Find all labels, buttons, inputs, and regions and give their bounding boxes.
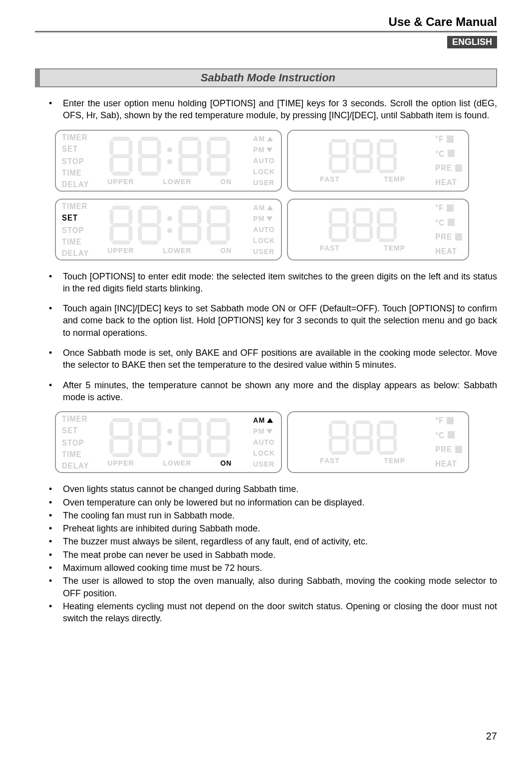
label-temp: TEMP: [384, 175, 405, 183]
label-user: USER: [253, 178, 275, 187]
instruction-item: Touch again [INC]/[DEC] keys to set Sabb…: [49, 302, 497, 339]
label-upper: UPPER: [107, 247, 134, 254]
indicator-box: [448, 219, 455, 226]
indicator-box: [447, 204, 454, 212]
temp-panel: FAST TEMP °F °C PRE HEAT: [287, 199, 469, 260]
digit: [351, 207, 374, 242]
instruction-item: Maximum allowed cooking time must be 72 …: [49, 562, 497, 574]
label-fast: FAST: [320, 457, 340, 465]
colon: [164, 429, 175, 446]
digit: [176, 417, 204, 457]
label-temp: TEMP: [384, 244, 405, 252]
instruction-item: Heating elements cycling must not depend…: [49, 600, 497, 625]
label-delay: DELAY: [62, 249, 89, 257]
page-number: 27: [486, 731, 497, 742]
label-degf: °F: [435, 203, 444, 212]
label-lower: LOWER: [163, 178, 191, 186]
label-degf: °F: [435, 416, 444, 425]
doc-title: Use & Care Manual: [389, 15, 497, 29]
label-degc: °C: [435, 218, 445, 227]
digit: [136, 417, 163, 457]
label-on-active: ON: [220, 459, 232, 467]
digit: [327, 138, 350, 173]
label-lock: LOCK: [253, 236, 275, 245]
digit: [375, 420, 398, 455]
label-fast: FAST: [320, 175, 340, 183]
label-heat: HEAT: [435, 178, 462, 187]
label-user: USER: [253, 247, 275, 255]
instruction-item: The user is allowed to stop the oven man…: [49, 575, 497, 599]
down-arrow-icon: [266, 429, 272, 433]
label-on: ON: [220, 178, 232, 186]
label-degf: °F: [435, 134, 444, 143]
label-user: USER: [253, 460, 275, 469]
up-arrow-icon: [267, 418, 273, 422]
label-on: ON: [220, 247, 232, 254]
instruction-item: After 5 minutes, the temperature cannot …: [49, 379, 497, 404]
label-stop: STOP: [62, 225, 89, 234]
label-timer: TIMER: [62, 202, 89, 211]
label-lock: LOCK: [253, 167, 275, 176]
label-fast: FAST: [320, 244, 340, 252]
label-stop: STOP: [62, 438, 89, 447]
colon: [164, 216, 175, 233]
instruction-item: Oven temperature can only be lowered but…: [49, 497, 497, 508]
language-badge: ENGLISH: [447, 36, 497, 48]
label-lock: LOCK: [253, 449, 275, 458]
label-set-active: SET: [62, 214, 89, 222]
label-lower: LOWER: [163, 247, 191, 254]
digit: [351, 420, 374, 455]
label-time: TIME: [62, 450, 89, 458]
label-heat: HEAT: [435, 247, 462, 255]
down-arrow-icon: [266, 216, 272, 221]
indicator-box: [455, 164, 462, 172]
indicator-box: [455, 446, 462, 453]
digit: [205, 136, 232, 176]
display-group-2: TIMER SET STOP TIME DELAY UPPER LOWER ON: [55, 411, 497, 473]
instruction-item: Once Sabbath mode is set, only BAKE and …: [49, 347, 497, 371]
label-auto: AUTO: [253, 438, 275, 447]
display-group-1: TIMER SET STOP TIME DELAY UPPER LOWER ON: [55, 130, 497, 260]
up-arrow-icon: [267, 205, 273, 210]
colon: [164, 147, 175, 164]
label-timer: TIMER: [62, 415, 89, 423]
digit: [107, 417, 135, 457]
digit: [205, 417, 232, 457]
label-auto: AUTO: [253, 156, 275, 165]
header-rule: [35, 31, 497, 33]
indicator-box: [447, 417, 454, 424]
label-delay: DELAY: [62, 180, 89, 188]
label-pre: PRE: [435, 163, 452, 172]
label-timer: TIMER: [62, 133, 89, 142]
temp-panel: FAST TEMP °F °C PRE HEAT: [287, 130, 469, 192]
indicator-box: [455, 233, 462, 241]
label-lower: LOWER: [163, 459, 191, 467]
label-stop: STOP: [62, 156, 89, 165]
digit: [107, 205, 135, 245]
label-pm: PM: [253, 427, 265, 436]
label-set: SET: [62, 145, 89, 153]
down-arrow-icon: [266, 147, 272, 152]
instruction-item: Enter the user option menu holding [OPTI…: [49, 97, 497, 122]
label-am: AM: [253, 134, 265, 143]
instruction-item: Oven lights status cannot be changed dur…: [49, 483, 497, 495]
digit: [176, 136, 204, 176]
digit: [351, 138, 374, 173]
label-am: AM: [253, 203, 265, 212]
digit: [205, 205, 232, 245]
label-am-active: AM: [253, 416, 265, 425]
clock-panel: TIMER SET STOP TIME DELAY UPPER LOWER ON: [55, 199, 282, 260]
label-degc: °C: [435, 431, 445, 440]
digit: [176, 205, 204, 245]
instruction-item: The cooling fan must run in Sabbath mode…: [49, 509, 497, 521]
label-degc: °C: [435, 149, 445, 158]
digit: [136, 205, 163, 245]
label-time: TIME: [62, 168, 89, 177]
indicator-box: [448, 150, 455, 157]
label-auto: AUTO: [253, 225, 275, 234]
digit: [375, 138, 398, 173]
instruction-item: The buzzer must always be silent, regard…: [49, 535, 497, 547]
indicator-box: [448, 431, 455, 439]
up-arrow-icon: [267, 136, 273, 141]
label-pm: PM: [253, 214, 265, 223]
